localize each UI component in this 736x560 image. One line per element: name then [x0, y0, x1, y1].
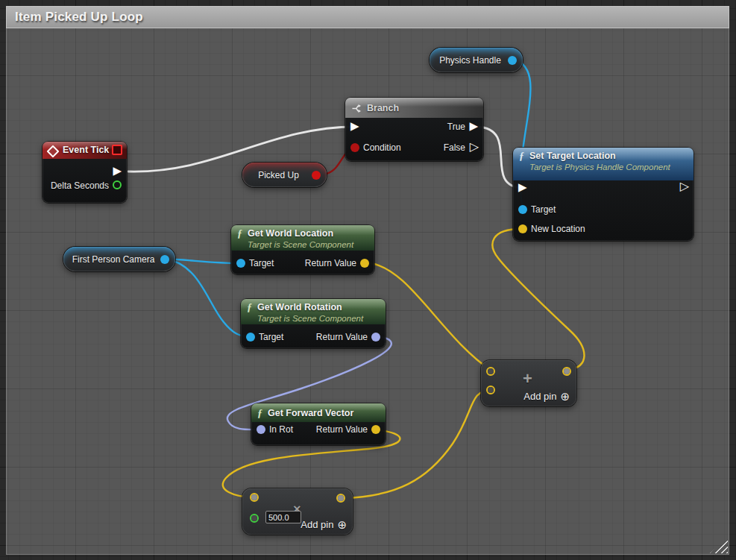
node-vector-multiply[interactable]: × Add pin ⊕	[242, 488, 353, 535]
multiply-output-pin[interactable]	[336, 494, 345, 503]
branch-true-label: True	[447, 121, 465, 133]
add-node-add-pin-button[interactable]: Add pin ⊕	[523, 391, 570, 402]
multiply-input-a-pin[interactable]	[250, 493, 259, 502]
get-world-rotation-title: Get World Rotation	[257, 302, 363, 313]
wire-layer	[0, 0, 736, 560]
gwr-target-label: Target	[259, 331, 283, 343]
node-set-target-location[interactable]: ƒ Set Target Location Target is Physics …	[513, 148, 693, 241]
first-person-camera-label: First Person Camera	[72, 254, 155, 265]
stl-target-label: Target	[531, 204, 556, 215]
branch-icon	[351, 104, 362, 113]
multiply-float-input[interactable]	[265, 511, 301, 523]
add-input-b-pin[interactable]	[486, 386, 495, 394]
wire-vector-addout-to-newlocation	[492, 229, 584, 371]
blueprint-graph-canvas[interactable]: Item Picked Up Loop Event Tick ▶ Delta S…	[0, 0, 736, 560]
node-physics-handle[interactable]: Physics Handle	[430, 48, 523, 72]
branch-condition-pin[interactable]	[350, 143, 359, 152]
function-icon: ƒ	[257, 408, 262, 419]
function-icon: ƒ	[247, 302, 252, 313]
get-world-rotation-subtitle: Target is Scene Component	[257, 313, 363, 324]
set-target-location-header[interactable]: ƒ Set Target Location Target is Physics …	[513, 148, 693, 180]
event-bound-icon	[112, 145, 122, 155]
branch-exec-in-pin[interactable]: ▶	[350, 120, 359, 132]
stl-new-location-label: New Location	[531, 223, 585, 235]
gfv-return-value-label: Return Value	[316, 424, 368, 435]
delta-seconds-pin[interactable]	[113, 180, 122, 189]
gwl-return-value-pin[interactable]	[360, 259, 369, 268]
gwr-target-pin[interactable]	[246, 333, 255, 342]
plus-operator-icon: +	[523, 369, 532, 388]
add-input-a-pin[interactable]	[486, 367, 495, 376]
branch-header[interactable]: Branch	[345, 98, 483, 118]
gfv-in-rot-pin[interactable]	[257, 425, 265, 434]
event-tick-title: Event Tick	[63, 145, 109, 156]
physics-handle-output-pin[interactable]	[508, 56, 517, 65]
gwl-target-pin[interactable]	[236, 259, 245, 268]
comment-title-text: Item Picked Up Loop	[15, 10, 143, 25]
add-output-pin[interactable]	[562, 367, 571, 376]
multiply-input-b-pin[interactable]	[250, 514, 259, 523]
comment-title-bar[interactable]: Item Picked Up Loop	[6, 6, 729, 28]
gwr-return-value-pin[interactable]	[371, 333, 380, 342]
add-pin-icon: ⊕	[560, 391, 570, 402]
gwl-target-label: Target	[249, 257, 274, 269]
get-world-rotation-header[interactable]: ƒ Get World Rotation Target is Scene Com…	[241, 299, 386, 324]
add-pin-icon: ⊕	[337, 520, 347, 530]
stl-target-pin[interactable]	[518, 205, 527, 214]
event-tick-header[interactable]: Event Tick	[43, 142, 127, 159]
function-icon: ƒ	[519, 151, 524, 162]
stl-new-location-pin[interactable]	[518, 224, 527, 233]
set-target-location-subtitle: Target is Physics Handle Component	[529, 162, 670, 172]
node-get-forward-vector[interactable]: ƒ Get Forward Vector In Rot Return Value	[251, 403, 386, 445]
node-get-world-location[interactable]: ƒ Get World Location Target is Scene Com…	[231, 225, 374, 274]
event-icon	[47, 145, 60, 158]
branch-condition-label: Condition	[363, 142, 401, 154]
node-event-tick[interactable]: Event Tick ▶ Delta Seconds	[43, 142, 127, 203]
gwr-return-value-label: Return Value	[316, 331, 368, 343]
node-picked-up[interactable]: Picked Up	[242, 163, 327, 187]
get-world-location-header[interactable]: ƒ Get World Location Target is Scene Com…	[231, 225, 374, 251]
get-world-location-subtitle: Target is Scene Component	[248, 239, 353, 250]
gfv-return-value-pin[interactable]	[371, 425, 380, 434]
gfv-in-rot-label: In Rot	[269, 424, 293, 435]
function-icon: ƒ	[237, 228, 242, 239]
branch-true-exec-pin[interactable]: ▶	[469, 120, 478, 132]
stl-exec-out-pin[interactable]: ▷	[680, 180, 689, 192]
get-world-location-title: Get World Location	[248, 228, 353, 239]
node-vector-add[interactable]: + Add pin ⊕	[481, 360, 576, 406]
first-person-camera-output-pin[interactable]	[160, 255, 169, 264]
node-get-world-rotation[interactable]: ƒ Get World Rotation Target is Scene Com…	[241, 299, 386, 348]
branch-false-exec-pin[interactable]: ▷	[470, 141, 479, 153]
get-forward-vector-header[interactable]: ƒ Get Forward Vector	[251, 403, 386, 422]
physics-handle-label: Physics Handle	[439, 55, 501, 66]
picked-up-label: Picked Up	[258, 170, 299, 180]
event-tick-exec-out-pin[interactable]: ▶	[113, 165, 122, 177]
node-first-person-camera[interactable]: First Person Camera	[63, 247, 175, 271]
gwl-return-value-label: Return Value	[305, 257, 356, 269]
get-forward-vector-title: Get Forward Vector	[268, 408, 353, 419]
multiply-node-add-pin-button[interactable]: Add pin ⊕	[301, 519, 347, 530]
set-target-location-title: Set Target Location	[529, 151, 670, 162]
delta-seconds-label: Delta Seconds	[51, 180, 109, 192]
node-branch[interactable]: Branch ▶ Condition True ▶ False ▷	[345, 98, 483, 161]
stl-exec-in-pin[interactable]: ▶	[518, 181, 527, 193]
branch-false-label: False	[444, 142, 465, 154]
branch-title: Branch	[367, 103, 399, 114]
picked-up-output-pin[interactable]	[312, 171, 321, 180]
wire-vector-getworldlocation-to-add	[371, 263, 491, 371]
